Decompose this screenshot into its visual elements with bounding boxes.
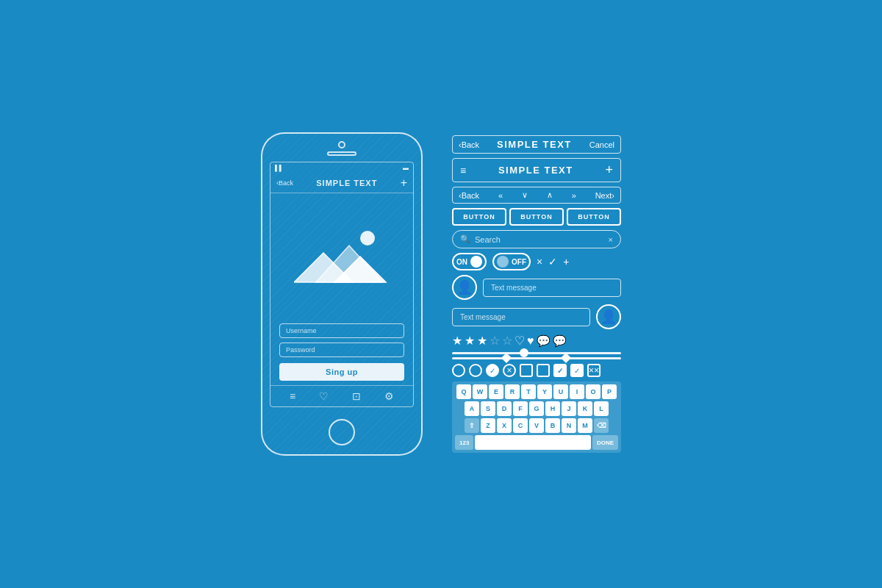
checkbox-x[interactable]: × (587, 364, 600, 377)
back-btn-3[interactable]: ‹Back (459, 191, 479, 200)
close-icon[interactable]: × (537, 256, 542, 268)
nav1-title: SIMPLE TEXT (497, 139, 572, 150)
chat-row-1: 👤 Text message (452, 275, 621, 300)
key-l[interactable]: L (594, 401, 609, 416)
heart-filled[interactable]: ♥ (527, 334, 534, 348)
hamburger-icon[interactable]: ≡ (460, 165, 466, 176)
add-button[interactable]: + (605, 162, 613, 178)
home-button[interactable] (329, 419, 355, 445)
mountain-scene (294, 227, 390, 286)
key-k[interactable]: K (578, 401, 592, 416)
checkbox-checked[interactable] (553, 364, 567, 377)
key-e[interactable]: E (489, 384, 503, 399)
heart-outline[interactable]: ♡ (514, 334, 525, 348)
radio-checked[interactable] (486, 364, 499, 377)
spacebar-key[interactable] (475, 435, 591, 450)
key-h[interactable]: H (545, 401, 560, 416)
key-m[interactable]: M (578, 418, 592, 433)
check-icon[interactable]: ✓ (548, 256, 557, 268)
double-left-arrow[interactable]: « (498, 191, 503, 200)
backspace-key[interactable]: ⌫ (594, 418, 609, 433)
search-bar[interactable]: 🔍 Search × (452, 230, 621, 248)
up-arrow[interactable]: ∧ (547, 190, 553, 200)
back-button[interactable]: ‹Back (276, 179, 293, 187)
radio-x[interactable] (503, 364, 516, 377)
key-o[interactable]: O (586, 384, 600, 399)
key-x[interactable]: X (497, 418, 512, 433)
keyboard: Q W E R T Y U I O P A S D F G H J K L (452, 381, 621, 453)
slider-1-thumb[interactable] (520, 348, 528, 357)
button-1[interactable]: BUTTON (452, 208, 506, 226)
keyboard-row-3: ⇧ Z X C V B N M ⌫ (455, 418, 618, 433)
key-w[interactable]: W (473, 384, 487, 399)
speech-filled[interactable]: 💬 (553, 334, 567, 348)
heart-tab[interactable]: ♡ (319, 390, 329, 402)
key-u[interactable]: U (553, 384, 568, 399)
star-2[interactable]: ★ (465, 334, 475, 348)
chat-bubble-1[interactable]: Text message (483, 279, 621, 297)
checkbox-empty-2[interactable] (537, 364, 550, 377)
key-i[interactable]: I (570, 384, 584, 399)
double-right-arrow[interactable]: » (572, 191, 576, 200)
key-z[interactable]: Z (481, 418, 495, 433)
button-3[interactable]: BUTTON (567, 208, 621, 226)
phone-nav-title: SIMPLE TEXT (316, 179, 377, 187)
search-input[interactable]: Search (475, 235, 604, 244)
key-j[interactable]: J (562, 401, 576, 416)
username-field[interactable]: Username (279, 323, 404, 338)
checkbox-empty-1[interactable] (520, 364, 533, 377)
slider-1[interactable] (452, 352, 621, 354)
plus-button[interactable]: + (401, 176, 407, 190)
key-a[interactable]: A (465, 401, 479, 416)
button-2[interactable]: BUTTON (509, 208, 564, 226)
cancel-link[interactable]: Cancel (589, 140, 614, 149)
keyboard-row-2: A S D F G H J K L (455, 401, 618, 416)
key-g[interactable]: G (529, 401, 544, 416)
phone-tab-bar: ≡ ♡ ⊡ ⚙ (270, 385, 413, 406)
star-4[interactable]: ☆ (490, 334, 500, 348)
radio-empty-1[interactable] (452, 364, 465, 377)
signup-button[interactable]: Sing up (279, 363, 404, 381)
key-v[interactable]: V (529, 418, 544, 433)
slider-2-thumb-left[interactable] (501, 353, 512, 363)
toggle-off[interactable]: OFF (492, 253, 531, 270)
checkbox-checked-2[interactable] (570, 364, 584, 377)
key-d[interactable]: D (497, 401, 512, 416)
key-y[interactable]: Y (537, 384, 552, 399)
star-1[interactable]: ★ (452, 334, 462, 348)
buttons-row: BUTTON BUTTON BUTTON (452, 208, 621, 226)
slider-2-thumb-right[interactable] (560, 353, 570, 363)
shift-key[interactable]: ⇧ (465, 418, 479, 433)
star-5[interactable]: ☆ (502, 334, 512, 348)
speech-outline[interactable]: 💬 (537, 334, 551, 348)
main-container: ▌▌ ▬ ‹Back SIMPLE TEXT + (261, 132, 621, 456)
next-btn[interactable]: Next› (595, 191, 614, 200)
key-r[interactable]: R (505, 384, 520, 399)
settings-tab[interactable]: ⚙ (384, 390, 394, 402)
key-t[interactable]: T (521, 384, 536, 399)
key-n[interactable]: N (562, 418, 576, 433)
key-s[interactable]: S (481, 401, 495, 416)
down-arrow[interactable]: ∨ (522, 190, 528, 200)
key-c[interactable]: C (513, 418, 528, 433)
key-f[interactable]: F (513, 401, 528, 416)
clear-search-button[interactable]: × (609, 235, 613, 244)
chat-bubble-2[interactable]: Text message (452, 308, 590, 326)
off-label: OFF (512, 258, 526, 266)
numbers-key[interactable]: 123 (455, 435, 473, 450)
menu-tab[interactable]: ≡ (290, 390, 295, 402)
key-q[interactable]: Q (456, 384, 471, 399)
radio-empty-2[interactable] (469, 364, 482, 377)
list-tab[interactable]: ⊡ (352, 390, 361, 402)
back-link[interactable]: ‹Back (459, 140, 479, 149)
plus-icon[interactable]: + (563, 256, 569, 268)
slider-2[interactable] (452, 357, 621, 359)
phone-screen: ▌▌ ▬ ‹Back SIMPLE TEXT + (270, 162, 414, 407)
nav2-title: SIMPLE TEXT (498, 165, 573, 176)
star-3[interactable]: ★ (477, 334, 487, 348)
toggle-on[interactable]: ON (452, 253, 487, 270)
key-p[interactable]: P (602, 384, 617, 399)
done-key[interactable]: DONE (592, 435, 618, 450)
password-field[interactable]: Password (279, 343, 404, 357)
key-b[interactable]: B (545, 418, 560, 433)
